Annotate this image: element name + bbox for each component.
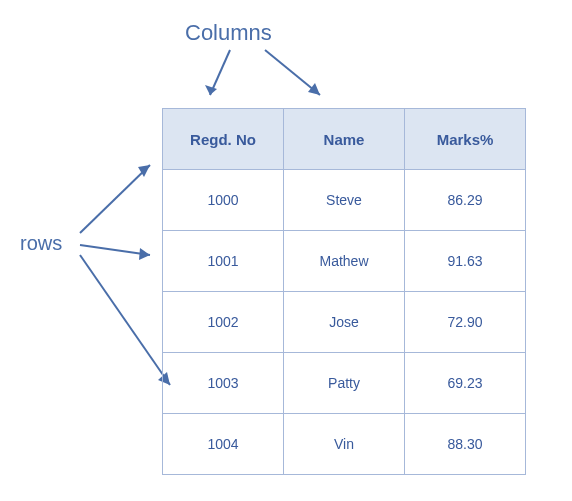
- cell: 1002: [163, 292, 284, 353]
- cell: 91.63: [405, 231, 526, 292]
- svg-marker-1: [205, 85, 217, 95]
- table-row: 1000 Steve 86.29: [163, 170, 526, 231]
- table-row: 1002 Jose 72.90: [163, 292, 526, 353]
- cell: 88.30: [405, 414, 526, 475]
- data-table: Regd. No Name Marks% 1000 Steve 86.29 10…: [162, 108, 526, 475]
- cell: 1000: [163, 170, 284, 231]
- cell: Patty: [284, 353, 405, 414]
- cell: 86.29: [405, 170, 526, 231]
- cell: Steve: [284, 170, 405, 231]
- table-row: 1004 Vin 88.30: [163, 414, 526, 475]
- col-header: Marks%: [405, 109, 526, 170]
- cell: Vin: [284, 414, 405, 475]
- cell: 1003: [163, 353, 284, 414]
- columns-label: Columns: [185, 20, 272, 46]
- cell: Jose: [284, 292, 405, 353]
- cell: 69.23: [405, 353, 526, 414]
- table-row: 1001 Mathew 91.63: [163, 231, 526, 292]
- cell: Mathew: [284, 231, 405, 292]
- cell: 1001: [163, 231, 284, 292]
- col-header: Name: [284, 109, 405, 170]
- svg-line-8: [80, 255, 170, 385]
- svg-marker-3: [308, 83, 320, 95]
- table-row: 1003 Patty 69.23: [163, 353, 526, 414]
- table-header-row: Regd. No Name Marks%: [163, 109, 526, 170]
- col-header: Regd. No: [163, 109, 284, 170]
- rows-label: rows: [20, 232, 62, 255]
- cell: 1004: [163, 414, 284, 475]
- column-arrow-2: [245, 45, 345, 105]
- cell: 72.90: [405, 292, 526, 353]
